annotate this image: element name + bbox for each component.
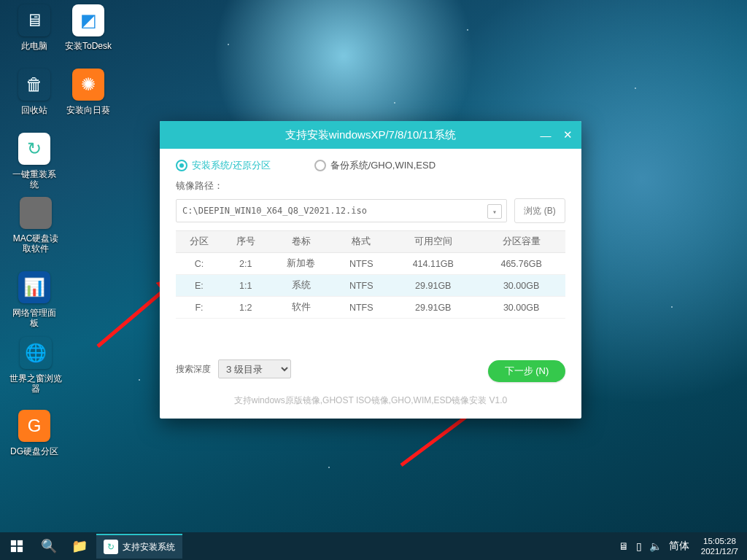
partition-cell: 30.00GB: [477, 275, 565, 297]
tray-time: 15:05:28: [701, 536, 738, 546]
radio-dot-icon: [176, 160, 187, 171]
sunlogin-icon: ✺: [72, 69, 104, 101]
search-depth-label: 搜索深度: [176, 363, 211, 376]
desktop-icon-label: DG硬盘分区: [9, 446, 60, 456]
net-panel-icon: 📊: [18, 271, 50, 303]
partition-cell: 29.91GB: [389, 297, 477, 319]
desktop-icon-label: 安装ToDesk: [63, 41, 114, 51]
window-title: 支持安装windowsXP/7/8/10/11系统: [285, 128, 456, 142]
desktop-icon-label: 世界之窗浏览器: [9, 373, 63, 394]
tray-desktop-icon[interactable]: 🖥: [619, 540, 629, 552]
desktop-icon-label: 网络管理面板: [9, 308, 60, 328]
radio-dot-icon: [314, 160, 326, 171]
desktop-icon-label: 安装向日葵: [63, 105, 114, 115]
installer-window: 支持安装windowsXP/7/8/10/11系统 — ✕ 安装系统/还原分区 …: [160, 121, 581, 419]
partition-cell: 30.00GB: [477, 297, 565, 319]
partition-cell: 系统: [269, 275, 333, 297]
mode-install-label: 安装系统/还原分区: [192, 159, 271, 172]
close-button[interactable]: ✕: [558, 125, 577, 144]
desktop: 🖥此电脑◩安装ToDesk🗑回收站✺安装向日葵↻一键重装系统MAC硬盘读取软件📊…: [0, 0, 747, 560]
taskbar-search-icon[interactable]: 🔍: [34, 532, 64, 560]
titlebar: 支持安装windowsXP/7/8/10/11系统 — ✕: [160, 121, 581, 149]
mac-disk-icon: [20, 197, 52, 229]
image-path-combo[interactable]: C:\DEEPIN_WIN10_X64_Q8_V2021.12.iso ▾: [176, 199, 507, 222]
partition-cell: NTFS: [333, 275, 389, 297]
footer-hint: 支持windows原版镜像,GHOST ISO镜像,GHO,WIM,ESD镜像安…: [176, 394, 565, 407]
partition-cell: 1:2: [222, 297, 269, 319]
desktop-icon-label: MAC硬盘读取软件: [9, 233, 63, 254]
partition-cell: 29.91GB: [389, 275, 477, 297]
recycle-bin-icon: 🗑: [18, 69, 50, 101]
partition-cell: E:: [176, 275, 222, 297]
svg-rect-3: [18, 540, 23, 545]
desktop-icon-label: 回收站: [9, 105, 60, 115]
image-path-value: C:\DEEPIN_WIN10_X64_Q8_V2021.12.iso: [182, 206, 367, 216]
desktop-icon-diskgenius[interactable]: GDG硬盘分区: [9, 410, 60, 456]
partition-cell: 2:1: [222, 253, 269, 275]
tray-date: 2021/12/7: [701, 546, 738, 556]
chevron-down-icon[interactable]: ▾: [487, 204, 502, 219]
tray-ime[interactable]: 简体: [669, 540, 689, 553]
partition-cell: F:: [176, 297, 222, 319]
reinstall-icon: ↻: [18, 133, 50, 165]
desktop-icon-sunlogin[interactable]: ✺安装向日葵: [63, 69, 114, 115]
partition-row[interactable]: F:1:2软件NTFS29.91GB30.00GB: [176, 297, 565, 319]
desktop-icon-reinstall[interactable]: ↻一键重装系统: [9, 133, 60, 190]
start-button[interactable]: [0, 532, 34, 560]
search-depth-select[interactable]: 3 级目录: [218, 359, 291, 378]
partition-header: 序号: [222, 231, 269, 253]
theworld-browser-icon: 🌐: [20, 337, 52, 369]
tray-clock[interactable]: 15:05:28 2021/12/7: [697, 536, 743, 556]
svg-rect-5: [18, 547, 23, 552]
next-button[interactable]: 下一步 (N): [488, 360, 565, 382]
tray-volume-icon[interactable]: 🔈: [649, 540, 662, 552]
partition-header: 分区容量: [477, 231, 565, 253]
mode-install-radio[interactable]: 安装系统/还原分区: [176, 159, 271, 172]
partition-cell: 414.11GB: [389, 253, 477, 275]
image-path-label: 镜像路径：: [176, 179, 565, 192]
taskbar-app-icon: ↻: [104, 540, 118, 554]
desktop-icon-label: 一键重装系统: [9, 169, 60, 190]
partition-cell: 465.76GB: [477, 253, 565, 275]
minimize-button[interactable]: —: [536, 125, 555, 144]
desktop-icon-theworld-browser[interactable]: 🌐世界之窗浏览器: [9, 337, 63, 394]
partition-row[interactable]: E:1:1系统NTFS29.91GB30.00GB: [176, 275, 565, 297]
taskbar-app-label: 支持安装系统: [123, 541, 175, 553]
taskbar: 🔍 📁 ↻ 支持安装系统 🖥 ▯ 🔈 简体 15:05:28 2021/12/7: [0, 532, 747, 560]
mode-backup-label: 备份系统/GHO,WIN,ESD: [330, 159, 436, 172]
desktop-icon-this-pc[interactable]: 🖥此电脑: [9, 4, 60, 51]
partition-cell: NTFS: [333, 297, 389, 319]
browse-button[interactable]: 浏览 (B): [514, 198, 565, 223]
partition-table: 分区序号卷标格式可用空间分区容量 C:2:1新加卷NTFS414.11GB465…: [176, 230, 565, 319]
partition-header: 可用空间: [389, 231, 477, 253]
this-pc-icon: 🖥: [18, 4, 50, 36]
desktop-icon-net-panel[interactable]: 📊网络管理面板: [9, 271, 60, 328]
mode-backup-radio[interactable]: 备份系统/GHO,WIN,ESD: [314, 159, 436, 172]
partition-cell: 1:1: [222, 275, 269, 297]
partition-cell: C:: [176, 253, 222, 275]
partition-cell: 新加卷: [269, 253, 333, 275]
desktop-icon-recycle-bin[interactable]: 🗑回收站: [9, 69, 60, 115]
partition-cell: NTFS: [333, 253, 389, 275]
partition-row[interactable]: C:2:1新加卷NTFS414.11GB465.76GB: [176, 253, 565, 275]
desktop-icon-label: 此电脑: [9, 41, 60, 51]
svg-rect-4: [11, 547, 16, 552]
svg-rect-2: [11, 540, 16, 545]
taskbar-explorer-icon[interactable]: 📁: [64, 532, 95, 560]
tray-battery-icon[interactable]: ▯: [636, 540, 642, 552]
partition-header: 卷标: [269, 231, 333, 253]
todesk-icon: ◩: [72, 4, 104, 36]
partition-cell: 软件: [269, 297, 333, 319]
partition-header: 格式: [333, 231, 389, 253]
diskgenius-icon: G: [18, 410, 50, 442]
desktop-icon-mac-disk[interactable]: MAC硬盘读取软件: [9, 197, 63, 254]
desktop-icon-todesk[interactable]: ◩安装ToDesk: [63, 4, 114, 51]
partition-header: 分区: [176, 231, 222, 253]
taskbar-app-installer[interactable]: ↻ 支持安装系统: [96, 534, 182, 559]
